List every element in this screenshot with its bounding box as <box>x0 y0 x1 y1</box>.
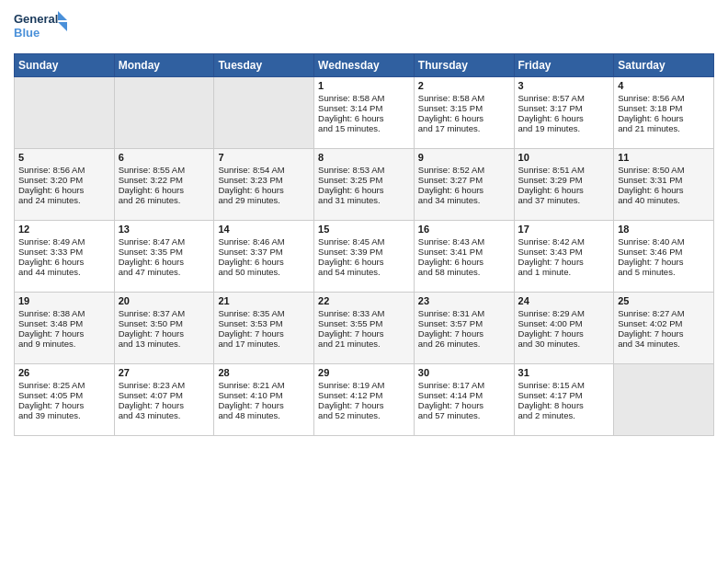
cell-info-line: Sunrise: 8:25 AM <box>18 380 110 390</box>
cell-info-line: and 29 minutes. <box>218 195 310 205</box>
cell-info-line: Daylight: 6 hours <box>618 185 710 195</box>
cell-info-line: Sunset: 4:14 PM <box>418 390 510 400</box>
cell-info-line: Sunset: 3:18 PM <box>618 103 710 113</box>
week-row-1: 5Sunrise: 8:56 AMSunset: 3:20 PMDaylight… <box>15 149 714 221</box>
cell-info-line: and 15 minutes. <box>318 123 410 133</box>
day-number: 20 <box>119 295 210 306</box>
cell-info-line: Daylight: 7 hours <box>18 328 110 339</box>
cell-info-line: Sunset: 3:33 PM <box>18 247 110 257</box>
cell-info-line: Daylight: 6 hours <box>418 113 510 123</box>
cell-info-line: and 50 minutes. <box>218 267 310 277</box>
weekday-header-tuesday: Tuesday <box>214 54 314 77</box>
cell-info-line: Sunset: 3:35 PM <box>119 247 210 257</box>
cell-info-line: Sunrise: 8:17 AM <box>418 380 510 390</box>
cell-info-line: Sunset: 3:43 PM <box>518 247 610 257</box>
cell-info-line: Sunrise: 8:53 AM <box>318 165 410 175</box>
cell-info-line: Daylight: 6 hours <box>618 113 710 123</box>
cell-info-line: and 26 minutes. <box>119 195 210 205</box>
cell-info-line: Daylight: 6 hours <box>18 257 110 267</box>
day-number: 14 <box>218 224 310 235</box>
cell-info-line: Daylight: 6 hours <box>318 257 410 267</box>
cell-info-line: Sunset: 3:39 PM <box>318 247 410 257</box>
cell-info-line: and 48 minutes. <box>218 410 310 420</box>
cell-info-line: Sunset: 3:48 PM <box>18 318 110 328</box>
calendar-cell: 6Sunrise: 8:55 AMSunset: 3:22 PMDaylight… <box>114 149 214 221</box>
day-number: 13 <box>119 224 210 235</box>
cell-info-line: Daylight: 6 hours <box>218 257 310 267</box>
day-number: 15 <box>318 224 410 235</box>
calendar-cell: 29Sunrise: 8:19 AMSunset: 4:12 PMDayligh… <box>314 364 415 436</box>
cell-info-line: and 52 minutes. <box>318 410 410 420</box>
calendar-cell: 13Sunrise: 8:47 AMSunset: 3:35 PMDayligh… <box>114 221 214 293</box>
cell-info-line: and 43 minutes. <box>119 410 210 420</box>
cell-info-line: and 40 minutes. <box>618 195 710 205</box>
calendar-cell <box>214 77 314 149</box>
day-number: 16 <box>418 224 510 235</box>
day-number: 18 <box>618 224 710 235</box>
cell-info-line: Sunrise: 8:58 AM <box>318 93 410 103</box>
day-number: 22 <box>318 295 410 306</box>
cell-info-line: and 39 minutes. <box>18 410 110 420</box>
calendar-cell <box>614 364 714 436</box>
calendar-cell: 18Sunrise: 8:40 AMSunset: 3:46 PMDayligh… <box>614 221 714 293</box>
cell-info-line: Daylight: 7 hours <box>618 257 710 267</box>
calendar-cell: 23Sunrise: 8:31 AMSunset: 3:57 PMDayligh… <box>414 293 514 364</box>
week-row-4: 26Sunrise: 8:25 AMSunset: 4:05 PMDayligh… <box>15 364 714 436</box>
day-number: 23 <box>418 295 510 306</box>
svg-marker-3 <box>58 22 67 31</box>
day-number: 24 <box>518 295 610 306</box>
day-number: 27 <box>119 367 210 378</box>
calendar-cell: 28Sunrise: 8:21 AMSunset: 4:10 PMDayligh… <box>214 364 314 436</box>
day-number: 29 <box>318 367 410 378</box>
cell-info-line: Sunrise: 8:42 AM <box>518 236 610 247</box>
cell-info-line: Sunset: 3:15 PM <box>418 103 510 113</box>
cell-info-line: Sunrise: 8:21 AM <box>218 380 310 390</box>
weekday-header-thursday: Thursday <box>414 54 514 77</box>
cell-info-line: Sunset: 3:17 PM <box>518 103 610 113</box>
day-number: 25 <box>618 295 710 306</box>
weekday-header-friday: Friday <box>514 54 614 77</box>
svg-marker-2 <box>58 11 67 20</box>
day-number: 21 <box>218 295 310 306</box>
cell-info-line: and 31 minutes. <box>318 195 410 205</box>
cell-info-line: Daylight: 7 hours <box>518 257 610 267</box>
calendar-cell: 2Sunrise: 8:58 AMSunset: 3:15 PMDaylight… <box>414 77 514 149</box>
calendar-cell: 17Sunrise: 8:42 AMSunset: 3:43 PMDayligh… <box>514 221 614 293</box>
calendar-cell: 19Sunrise: 8:38 AMSunset: 3:48 PMDayligh… <box>15 293 115 364</box>
day-number: 2 <box>418 80 510 91</box>
cell-info-line: Daylight: 8 hours <box>518 400 610 410</box>
logo-svg: General Blue <box>14 9 69 48</box>
day-number: 10 <box>518 152 610 163</box>
week-row-2: 12Sunrise: 8:49 AMSunset: 3:33 PMDayligh… <box>15 221 714 293</box>
cell-info-line: and 5 minutes. <box>618 267 710 277</box>
cell-info-line: Sunset: 4:10 PM <box>218 390 310 400</box>
cell-info-line: Daylight: 6 hours <box>518 185 610 195</box>
cell-info-line: Daylight: 7 hours <box>218 400 310 410</box>
cell-info-line: and 37 minutes. <box>518 195 610 205</box>
cell-info-line: Sunset: 3:27 PM <box>418 175 510 185</box>
cell-info-line: Daylight: 6 hours <box>119 257 210 267</box>
cell-info-line: and 13 minutes. <box>119 339 210 349</box>
cell-info-line: Sunset: 4:00 PM <box>518 318 610 328</box>
calendar-cell: 20Sunrise: 8:37 AMSunset: 3:50 PMDayligh… <box>114 293 214 364</box>
cell-info-line: and 9 minutes. <box>18 339 110 349</box>
day-number: 26 <box>18 367 110 378</box>
cell-info-line: Sunrise: 8:33 AM <box>318 308 410 318</box>
cell-info-line: and 17 minutes. <box>418 123 510 133</box>
day-number: 11 <box>618 152 710 163</box>
cell-info-line: Sunrise: 8:37 AM <box>119 308 210 318</box>
calendar-cell: 26Sunrise: 8:25 AMSunset: 4:05 PMDayligh… <box>15 364 115 436</box>
cell-info-line: Sunrise: 8:58 AM <box>418 93 510 103</box>
cell-info-line: Sunrise: 8:45 AM <box>318 236 410 247</box>
cell-info-line: Sunset: 4:05 PM <box>18 390 110 400</box>
cell-info-line: Sunrise: 8:56 AM <box>18 165 110 175</box>
day-number: 17 <box>518 224 610 235</box>
cell-info-line: Sunset: 3:20 PM <box>18 175 110 185</box>
weekday-header-row: SundayMondayTuesdayWednesdayThursdayFrid… <box>15 54 714 77</box>
day-number: 31 <box>518 367 610 378</box>
cell-info-line: and 21 minutes. <box>318 339 410 349</box>
calendar-cell: 15Sunrise: 8:45 AMSunset: 3:39 PMDayligh… <box>314 221 415 293</box>
cell-info-line: Sunset: 3:46 PM <box>618 247 710 257</box>
cell-info-line: Sunset: 3:57 PM <box>418 318 510 328</box>
calendar-cell <box>114 77 214 149</box>
